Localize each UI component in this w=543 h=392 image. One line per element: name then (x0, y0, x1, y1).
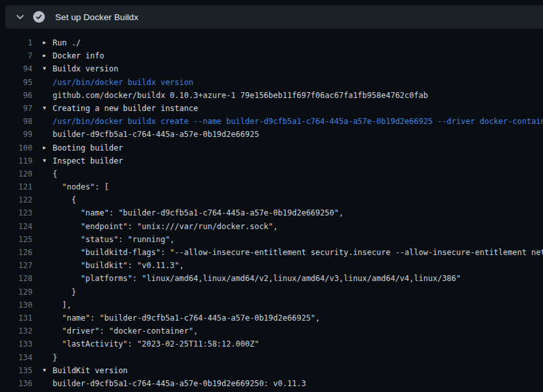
gutter (32, 128, 43, 141)
line-number[interactable]: 120 (0, 167, 32, 180)
log-line: 125 "status": "running", (0, 233, 543, 246)
step-title: Set up Docker Buildx (55, 12, 138, 22)
line-number[interactable]: 129 (0, 286, 32, 299)
line-number[interactable]: 132 (0, 325, 32, 337)
line-number[interactable]: 121 (0, 180, 32, 193)
log-line[interactable]: 1 ▶ Run ./ (0, 36, 543, 49)
log-view: 1 ▶ Run ./ 7 ▶ Docker info 94 ▼ Buildx v… (0, 36, 543, 390)
log-line[interactable]: 100 ▶ Booting builder (0, 141, 543, 154)
line-number[interactable]: 7 (0, 49, 32, 62)
check-circle-icon (33, 11, 45, 23)
line-number[interactable]: 126 (0, 246, 32, 259)
group-toggle-icon (43, 259, 53, 272)
gutter (32, 141, 43, 154)
gutter (32, 154, 43, 167)
line-number[interactable]: 127 (0, 259, 32, 272)
group-toggle-icon[interactable]: ▶ (43, 36, 53, 49)
log-line[interactable]: 119 ▼ Inspect builder (0, 154, 543, 167)
log-line-text: } (53, 286, 76, 299)
step-header[interactable]: Set up Docker Buildx (5, 5, 543, 29)
log-line-text: Docker info (53, 49, 104, 62)
log-line-text: github.com/docker/buildx 0.10.3+azure-1 … (53, 89, 428, 102)
line-number[interactable]: 136 (0, 377, 32, 390)
group-toggle-icon (43, 128, 53, 141)
gutter (32, 49, 43, 62)
gutter (32, 364, 43, 377)
log-line[interactable]: 97 ▼ Creating a new builder instance (0, 102, 543, 115)
group-toggle-icon[interactable]: ▼ (43, 102, 53, 115)
log-line-text: builder-d9cfb5a1-c764-445a-a57e-0b19d2e6… (53, 128, 259, 141)
log-line: 126 "buildkitd-flags": "--allow-insecure… (0, 246, 543, 259)
log-line[interactable]: 94 ▼ Buildx version (0, 62, 543, 75)
log-line: 120 { (0, 167, 543, 180)
log-line-text: "nodes": [ (53, 180, 109, 193)
group-toggle-icon (43, 299, 53, 312)
log-line[interactable]: 7 ▶ Docker info (0, 49, 543, 62)
line-number[interactable]: 131 (0, 312, 32, 325)
log-line-text: "name": "builder-d9cfb5a1-c764-445a-a57e… (53, 312, 320, 325)
log-line: 96 github.com/docker/buildx 0.10.3+azure… (0, 89, 543, 102)
log-line: 130 ], (0, 299, 543, 312)
gutter (32, 337, 43, 350)
gutter (32, 286, 43, 299)
gutter (32, 102, 43, 115)
line-number[interactable]: 134 (0, 351, 32, 364)
chevron-down-icon[interactable] (12, 8, 29, 25)
line-number[interactable]: 98 (0, 115, 32, 128)
group-toggle-icon[interactable]: ▶ (43, 49, 53, 62)
group-toggle-icon (43, 377, 53, 390)
line-number[interactable]: 130 (0, 299, 32, 312)
log-line-text: Buildx version (53, 62, 118, 75)
group-toggle-icon (43, 337, 53, 350)
group-toggle-icon[interactable]: ▼ (43, 364, 53, 377)
log-line-text: builder-d9cfb5a1-c764-445a-a57e-0b19d2e6… (53, 377, 306, 390)
line-number[interactable]: 119 (0, 154, 32, 167)
line-number[interactable]: 96 (0, 89, 32, 102)
line-number[interactable]: 94 (0, 62, 32, 75)
gutter (32, 377, 43, 390)
log-line: 124 "endpoint": "unix:///var/run/docker.… (0, 220, 543, 233)
log-line: 121 "nodes": [ (0, 180, 543, 193)
gutter (32, 167, 43, 180)
log-line-text: Booting builder (53, 141, 123, 154)
group-toggle-icon (43, 312, 53, 325)
gutter (32, 246, 43, 259)
log-line: 123 "name": "builder-d9cfb5a1-c764-445a-… (0, 206, 543, 219)
gutter (32, 206, 43, 219)
log-line-text: "status": "running", (53, 233, 175, 246)
group-toggle-icon[interactable]: ▼ (43, 62, 53, 75)
log-line-text: { (53, 167, 57, 180)
gutter (32, 325, 43, 337)
line-number[interactable]: 135 (0, 364, 32, 377)
line-number[interactable]: 123 (0, 206, 32, 219)
line-number[interactable]: 128 (0, 272, 32, 285)
line-number[interactable]: 1 (0, 36, 32, 49)
log-line-text: { (53, 193, 76, 206)
group-toggle-icon[interactable]: ▶ (43, 141, 53, 154)
group-toggle-icon[interactable]: ▼ (43, 154, 53, 167)
gutter (32, 62, 43, 75)
line-number[interactable]: 133 (0, 337, 32, 350)
line-number[interactable]: 124 (0, 220, 32, 233)
gutter (32, 299, 43, 312)
line-number[interactable]: 99 (0, 128, 32, 141)
log-line: 131 "name": "builder-d9cfb5a1-c764-445a-… (0, 312, 543, 325)
log-line-text: Run ./ (53, 36, 81, 49)
line-number[interactable]: 125 (0, 233, 32, 246)
group-toggle-icon (43, 325, 53, 337)
log-line: 95 /usr/bin/docker buildx version (0, 76, 543, 89)
line-number[interactable]: 95 (0, 76, 32, 89)
line-number[interactable]: 122 (0, 193, 32, 206)
log-line-text: "platforms": "linux/amd64,linux/amd64/v2… (53, 272, 461, 285)
log-line: 129 } (0, 286, 543, 299)
log-line: 122 { (0, 193, 543, 206)
group-toggle-icon (43, 76, 53, 89)
gutter (32, 193, 43, 206)
line-number[interactable]: 97 (0, 102, 32, 115)
group-toggle-icon (43, 246, 53, 259)
log-line: 99 builder-d9cfb5a1-c764-445a-a57e-0b19d… (0, 128, 543, 141)
log-line-text: "name": "builder-d9cfb5a1-c764-445a-a57e… (53, 206, 344, 219)
line-number[interactable]: 100 (0, 141, 32, 154)
log-line[interactable]: 135 ▼ BuildKit version (0, 364, 543, 377)
gutter (32, 272, 43, 285)
